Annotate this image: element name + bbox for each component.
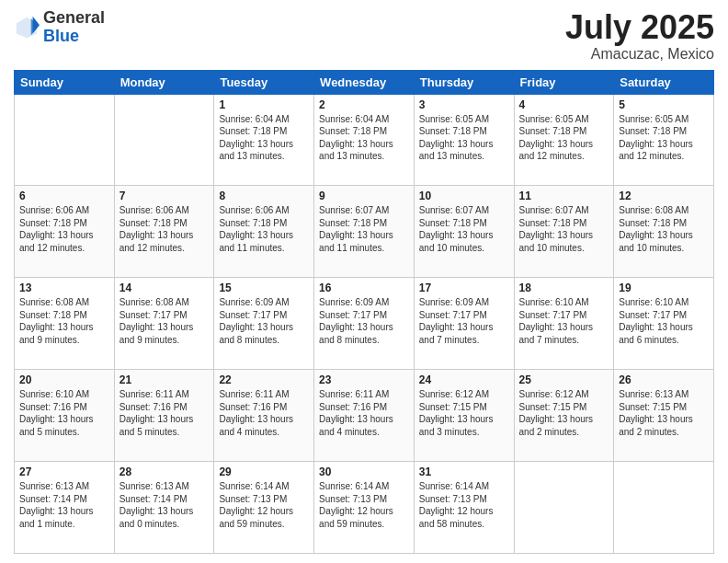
day-detail: Sunrise: 6:05 AM Sunset: 7:18 PM Dayligh… (519, 113, 609, 163)
day-detail: Sunrise: 6:09 AM Sunset: 7:17 PM Dayligh… (319, 296, 409, 346)
calendar-cell (15, 94, 115, 186)
day-detail: Sunrise: 6:05 AM Sunset: 7:18 PM Dayligh… (619, 113, 709, 163)
day-detail: Sunrise: 6:07 AM Sunset: 7:18 PM Dayligh… (419, 204, 509, 254)
day-number: 19 (619, 282, 709, 294)
col-header-saturday: Saturday (614, 70, 714, 94)
calendar-cell: 5Sunrise: 6:05 AM Sunset: 7:18 PM Daylig… (614, 94, 714, 186)
calendar-cell: 14Sunrise: 6:08 AM Sunset: 7:17 PM Dayli… (114, 278, 214, 370)
calendar-cell: 2Sunrise: 6:04 AM Sunset: 7:18 PM Daylig… (314, 94, 415, 186)
day-detail: Sunrise: 6:12 AM Sunset: 7:15 PM Dayligh… (419, 388, 509, 438)
day-detail: Sunrise: 6:13 AM Sunset: 7:14 PM Dayligh… (119, 480, 210, 530)
calendar-cell: 23Sunrise: 6:11 AM Sunset: 7:16 PM Dayli… (314, 370, 415, 462)
calendar-cell (514, 462, 614, 554)
day-number: 5 (619, 98, 709, 111)
day-number: 30 (319, 465, 409, 478)
day-number: 23 (319, 373, 409, 386)
calendar-table: SundayMondayTuesdayWednesdayThursdayFrid… (14, 70, 714, 554)
title-block: July 2025 Amacuzac, Mexico (565, 9, 714, 63)
day-number: 21 (119, 373, 210, 386)
header: General Blue July 2025 Amacuzac, Mexico (14, 9, 714, 63)
day-number: 3 (419, 98, 509, 111)
calendar-cell: 7Sunrise: 6:06 AM Sunset: 7:18 PM Daylig… (114, 186, 214, 278)
day-detail: Sunrise: 6:07 AM Sunset: 7:18 PM Dayligh… (519, 204, 609, 254)
day-number: 12 (619, 190, 709, 202)
day-detail: Sunrise: 6:11 AM Sunset: 7:16 PM Dayligh… (219, 388, 309, 438)
day-detail: Sunrise: 6:10 AM Sunset: 7:16 PM Dayligh… (19, 388, 109, 438)
calendar-cell: 8Sunrise: 6:06 AM Sunset: 7:18 PM Daylig… (214, 186, 314, 278)
day-detail: Sunrise: 6:08 AM Sunset: 7:17 PM Dayligh… (119, 296, 210, 346)
day-number: 14 (119, 282, 210, 294)
day-number: 26 (619, 373, 709, 386)
logo: General Blue (14, 9, 105, 46)
day-number: 15 (219, 282, 309, 294)
calendar-cell: 11Sunrise: 6:07 AM Sunset: 7:18 PM Dayli… (514, 186, 614, 278)
day-detail: Sunrise: 6:06 AM Sunset: 7:18 PM Dayligh… (119, 204, 210, 254)
calendar-cell: 3Sunrise: 6:05 AM Sunset: 7:18 PM Daylig… (414, 94, 514, 186)
page: General Blue July 2025 Amacuzac, Mexico … (0, 0, 728, 563)
day-detail: Sunrise: 6:04 AM Sunset: 7:18 PM Dayligh… (319, 113, 409, 163)
col-header-wednesday: Wednesday (314, 70, 415, 94)
day-detail: Sunrise: 6:07 AM Sunset: 7:18 PM Dayligh… (319, 204, 409, 254)
col-header-friday: Friday (514, 70, 614, 94)
calendar-cell: 13Sunrise: 6:08 AM Sunset: 7:18 PM Dayli… (15, 278, 115, 370)
col-header-sunday: Sunday (15, 70, 115, 94)
day-number: 7 (119, 190, 210, 202)
day-detail: Sunrise: 6:13 AM Sunset: 7:15 PM Dayligh… (619, 388, 709, 438)
calendar-header-row: SundayMondayTuesdayWednesdayThursdayFrid… (15, 70, 714, 94)
day-number: 1 (219, 98, 309, 111)
day-detail: Sunrise: 6:10 AM Sunset: 7:17 PM Dayligh… (519, 296, 609, 346)
calendar-cell: 1Sunrise: 6:04 AM Sunset: 7:18 PM Daylig… (214, 94, 314, 186)
calendar-cell: 25Sunrise: 6:12 AM Sunset: 7:15 PM Dayli… (514, 370, 614, 462)
calendar-cell: 9Sunrise: 6:07 AM Sunset: 7:18 PM Daylig… (314, 186, 415, 278)
calendar-cell: 31Sunrise: 6:14 AM Sunset: 7:13 PM Dayli… (414, 462, 514, 554)
day-detail: Sunrise: 6:09 AM Sunset: 7:17 PM Dayligh… (419, 296, 509, 346)
day-detail: Sunrise: 6:05 AM Sunset: 7:18 PM Dayligh… (419, 113, 509, 163)
day-number: 31 (419, 465, 509, 478)
logo-icon (14, 15, 40, 40)
day-detail: Sunrise: 6:06 AM Sunset: 7:18 PM Dayligh… (219, 204, 309, 254)
calendar-cell: 15Sunrise: 6:09 AM Sunset: 7:17 PM Dayli… (214, 278, 314, 370)
main-title: July 2025 (565, 9, 714, 46)
day-detail: Sunrise: 6:08 AM Sunset: 7:18 PM Dayligh… (19, 296, 109, 346)
calendar-cell: 20Sunrise: 6:10 AM Sunset: 7:16 PM Dayli… (15, 370, 115, 462)
day-detail: Sunrise: 6:14 AM Sunset: 7:13 PM Dayligh… (219, 480, 309, 530)
col-header-monday: Monday (114, 70, 214, 94)
subtitle: Amacuzac, Mexico (565, 46, 714, 63)
day-detail: Sunrise: 6:09 AM Sunset: 7:17 PM Dayligh… (219, 296, 309, 346)
calendar-cell: 27Sunrise: 6:13 AM Sunset: 7:14 PM Dayli… (15, 462, 115, 554)
day-number: 22 (219, 373, 309, 386)
day-number: 8 (219, 190, 309, 202)
logo-blue: Blue (43, 28, 105, 46)
calendar-cell: 4Sunrise: 6:05 AM Sunset: 7:18 PM Daylig… (514, 94, 614, 186)
calendar-cell: 29Sunrise: 6:14 AM Sunset: 7:13 PM Dayli… (214, 462, 314, 554)
day-number: 24 (419, 373, 509, 386)
calendar-cell: 12Sunrise: 6:08 AM Sunset: 7:18 PM Dayli… (614, 186, 714, 278)
calendar-cell: 21Sunrise: 6:11 AM Sunset: 7:16 PM Dayli… (114, 370, 214, 462)
day-number: 25 (519, 373, 609, 386)
day-detail: Sunrise: 6:06 AM Sunset: 7:18 PM Dayligh… (19, 204, 109, 254)
calendar-cell: 22Sunrise: 6:11 AM Sunset: 7:16 PM Dayli… (214, 370, 314, 462)
logo-general: General (43, 9, 105, 28)
calendar-cell: 19Sunrise: 6:10 AM Sunset: 7:17 PM Dayli… (614, 278, 714, 370)
day-number: 28 (119, 465, 210, 478)
calendar-week-row: 6Sunrise: 6:06 AM Sunset: 7:18 PM Daylig… (15, 186, 714, 278)
calendar-cell: 28Sunrise: 6:13 AM Sunset: 7:14 PM Dayli… (114, 462, 214, 554)
calendar-cell: 16Sunrise: 6:09 AM Sunset: 7:17 PM Dayli… (314, 278, 415, 370)
day-number: 27 (19, 465, 109, 478)
day-detail: Sunrise: 6:10 AM Sunset: 7:17 PM Dayligh… (619, 296, 709, 346)
calendar-cell: 10Sunrise: 6:07 AM Sunset: 7:18 PM Dayli… (414, 186, 514, 278)
calendar-cell: 30Sunrise: 6:14 AM Sunset: 7:13 PM Dayli… (314, 462, 415, 554)
calendar-cell (614, 462, 714, 554)
calendar-cell: 6Sunrise: 6:06 AM Sunset: 7:18 PM Daylig… (15, 186, 115, 278)
day-number: 11 (519, 190, 609, 202)
day-number: 9 (319, 190, 409, 202)
calendar-cell: 24Sunrise: 6:12 AM Sunset: 7:15 PM Dayli… (414, 370, 514, 462)
col-header-tuesday: Tuesday (214, 70, 314, 94)
day-detail: Sunrise: 6:11 AM Sunset: 7:16 PM Dayligh… (119, 388, 210, 438)
day-number: 18 (519, 282, 609, 294)
calendar-week-row: 27Sunrise: 6:13 AM Sunset: 7:14 PM Dayli… (15, 462, 714, 554)
day-detail: Sunrise: 6:14 AM Sunset: 7:13 PM Dayligh… (319, 480, 409, 530)
day-detail: Sunrise: 6:13 AM Sunset: 7:14 PM Dayligh… (19, 480, 109, 530)
day-number: 29 (219, 465, 309, 478)
day-detail: Sunrise: 6:08 AM Sunset: 7:18 PM Dayligh… (619, 204, 709, 254)
